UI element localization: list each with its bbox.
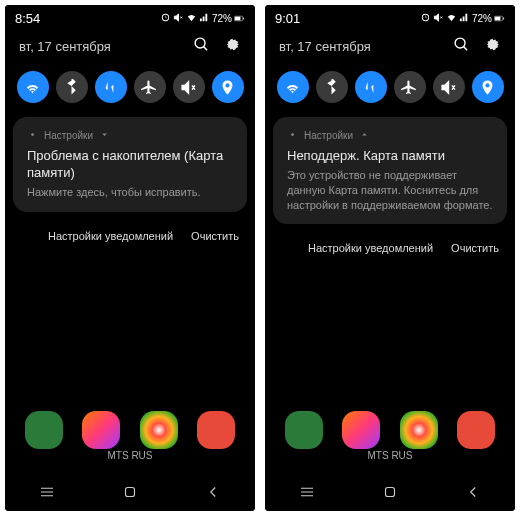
svg-rect-12 [125,488,134,497]
svg-rect-8 [235,17,241,21]
svg-point-14 [382,271,398,289]
nav-recents[interactable] [298,483,316,501]
svg-rect-17 [400,294,407,312]
wifi-icon [186,12,197,25]
flag-graphic [345,276,347,316]
status-bar: 9:01 72% [265,5,515,32]
settings-icon [287,129,298,142]
status-indicators: 72% [420,12,505,25]
alarm-icon [160,12,171,25]
battery-text: 72% [472,13,492,24]
astronaut-graphic [105,266,155,336]
svg-point-23 [455,38,465,48]
dock-app-phone[interactable] [25,411,63,449]
nav-bar [265,473,515,511]
notification-settings-action[interactable]: Настройки уведомлений [48,230,173,242]
chevron-up-icon[interactable] [359,129,370,142]
svg-point-24 [291,133,294,136]
nav-back[interactable] [204,483,222,501]
svg-rect-15 [380,290,400,314]
battery-icon [234,13,245,24]
svg-rect-22 [503,18,504,20]
carrier-label: MTS RUS [108,450,153,461]
astronaut-graphic [365,266,415,336]
search-icon[interactable] [453,36,470,57]
search-icon[interactable] [193,36,210,57]
notification-app-name: Настройки [44,130,93,141]
qs-location[interactable] [472,71,504,103]
qs-airplane[interactable] [394,71,426,103]
dock-app-phone[interactable] [285,411,323,449]
dock-app-chrome[interactable] [140,411,178,449]
signal-icon [459,12,470,25]
flag-graphic [85,276,87,316]
clear-action[interactable]: Очистить [451,242,499,254]
svg-rect-19 [391,312,398,332]
notification-app-header: Настройки [27,129,233,142]
nav-recents[interactable] [38,483,56,501]
notification-settings-action[interactable]: Настройки уведомлений [308,242,433,254]
qs-mute[interactable] [173,71,205,103]
qs-wifi[interactable] [17,71,49,103]
dock-app-instagram[interactable] [82,411,120,449]
chevron-down-icon[interactable] [99,129,110,142]
svg-rect-9 [243,18,244,20]
notification-title: Неподдерж. Карта памяти [287,148,493,165]
svg-rect-25 [385,488,394,497]
notification-body: Нажмите здесь, чтобы исправить. [27,185,233,200]
status-time: 9:01 [275,11,300,26]
carrier-label: MTS RUS [368,450,413,461]
svg-rect-6 [131,312,138,332]
alarm-icon [420,12,431,25]
signal-icon [199,12,210,25]
battery-icon [494,13,505,24]
nav-bar [5,473,255,511]
dock-app-chrome[interactable] [400,411,438,449]
panel-date: вт, 17 сентября [19,39,111,54]
qs-airplane[interactable] [134,71,166,103]
notification-card[interactable]: Настройки Неподдерж. Карта памяти Это ус… [273,117,507,224]
svg-rect-5 [122,312,129,332]
notification-title: Проблема с накопителем (Карта памяти) [27,148,233,182]
notification-card[interactable]: Настройки Проблема с накопителем (Карта … [13,117,247,212]
nav-home[interactable] [121,483,139,501]
svg-rect-3 [113,294,120,312]
nav-home[interactable] [381,483,399,501]
notification-body: Это устройство не поддерживает данную Ка… [287,168,493,213]
quick-settings-row [5,65,255,113]
mute-icon [433,12,444,25]
svg-rect-2 [120,290,140,314]
svg-rect-18 [382,312,389,332]
panel-date: вт, 17 сентября [279,39,371,54]
gear-icon[interactable] [484,36,501,57]
wifi-icon [446,12,457,25]
dock-app-camera[interactable] [457,411,495,449]
svg-rect-21 [495,17,501,21]
dock-app-camera[interactable] [197,411,235,449]
svg-point-1 [122,271,138,289]
status-bar: 8:54 72% [5,5,255,32]
mute-icon [173,12,184,25]
svg-rect-16 [373,294,380,312]
status-time: 8:54 [15,11,40,26]
qs-data[interactable] [95,71,127,103]
qs-bluetooth[interactable] [316,71,348,103]
clear-action[interactable]: Очистить [191,230,239,242]
qs-wifi[interactable] [277,71,309,103]
notification-app-header: Настройки [287,129,493,142]
qs-bluetooth[interactable] [56,71,88,103]
dock-app-instagram[interactable] [342,411,380,449]
svg-point-13 [379,269,401,293]
svg-point-10 [195,38,205,48]
qs-mute[interactable] [433,71,465,103]
svg-point-0 [119,269,141,293]
app-dock [265,411,515,449]
qs-data[interactable] [355,71,387,103]
app-dock [5,411,255,449]
nav-back[interactable] [464,483,482,501]
notification-app-name: Настройки [304,130,353,141]
gear-icon[interactable] [224,36,241,57]
battery-text: 72% [212,13,232,24]
svg-point-11 [31,133,34,136]
qs-location[interactable] [212,71,244,103]
